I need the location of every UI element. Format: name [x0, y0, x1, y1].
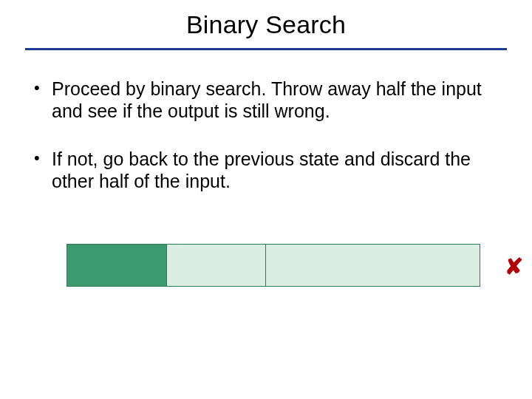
- bullet-list: Proceed by binary search. Throw away hal…: [25, 78, 507, 192]
- segment-discarded: [166, 245, 265, 286]
- segment-discarded: [265, 245, 480, 286]
- title-underline: [25, 48, 507, 50]
- slide-title: Binary Search: [25, 10, 507, 39]
- input-bar: [66, 244, 480, 287]
- segment-kept: [67, 245, 166, 286]
- bullet-item: Proceed by binary search. Throw away hal…: [52, 78, 507, 122]
- bullet-item: If not, go back to the previous state an…: [52, 149, 507, 192]
- slide: Binary Search Proceed by binary search. …: [0, 0, 532, 399]
- wrong-icon: ✘: [505, 256, 523, 278]
- binary-search-diagram: ✘: [66, 244, 517, 287]
